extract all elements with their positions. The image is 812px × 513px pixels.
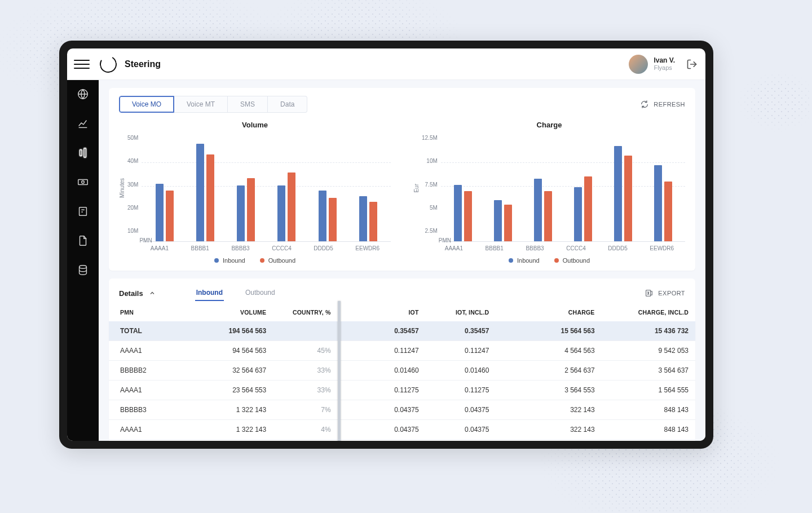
- user-org: Flyaps: [654, 64, 675, 71]
- bar-inbound: [574, 187, 582, 241]
- col-country: COUNTRY, %: [273, 301, 337, 321]
- svg-rect-5: [80, 207, 87, 216]
- col-charge-incl: CHARGE, INCL.D: [602, 301, 695, 321]
- user-info[interactable]: Ivan V. Flyaps: [629, 55, 675, 74]
- details-card: Details Inbound Outbound EXPORT: [109, 278, 695, 441]
- export-excel-icon: [645, 289, 654, 298]
- details-tab-outbound[interactable]: Outbound: [244, 285, 276, 301]
- bar-inbound: [359, 196, 367, 241]
- chevron-up-icon: [149, 290, 156, 297]
- globe-icon[interactable]: [77, 88, 89, 100]
- bar-outbound: [464, 191, 472, 241]
- bar-outbound: [584, 176, 592, 241]
- legend-dot-outbound: [260, 258, 264, 263]
- col-charge: CHARGE: [496, 301, 601, 321]
- bar-outbound: [329, 198, 337, 241]
- x-axis-label: PMN: [439, 237, 451, 244]
- segment-tabs: Voice MO Voice MT SMS Data: [119, 96, 307, 113]
- details-table: PMN VOLUME COUNTRY, % IOT IOT, INCL.D CH…: [109, 301, 695, 441]
- bar-outbound: [624, 156, 632, 241]
- col-volume: VOLUME: [191, 301, 273, 321]
- table-row[interactable]: BBBBB11 322 1435%0.043750.04375322 14384…: [109, 440, 695, 441]
- bar-outbound: [166, 191, 174, 241]
- chart-line-icon[interactable]: [77, 117, 89, 130]
- bar-inbound: [614, 146, 622, 241]
- svg-rect-3: [78, 179, 88, 184]
- bar-group[interactable]: [277, 173, 295, 241]
- bar-group[interactable]: [359, 196, 377, 241]
- database-icon[interactable]: [77, 264, 89, 276]
- table-row[interactable]: BBBBB31 322 1437%0.043750.04375322 14384…: [109, 400, 695, 420]
- bar-inbound: [319, 191, 326, 241]
- tab-sms[interactable]: SMS: [228, 96, 268, 113]
- bar-group[interactable]: [237, 178, 255, 241]
- device-frame: Steering Ivan V. Flyaps: [59, 41, 713, 449]
- topbar: Steering Ivan V. Flyaps: [67, 48, 705, 80]
- bar-inbound: [156, 184, 164, 241]
- details-tab-inbound[interactable]: Inbound: [195, 285, 224, 301]
- details-tabs: Inbound Outbound: [195, 285, 276, 301]
- chart-title: Volume: [119, 121, 391, 129]
- document-icon[interactable]: [77, 235, 89, 247]
- export-button[interactable]: EXPORT: [645, 289, 685, 298]
- table-row[interactable]: BBBBB232 564 63733%0.014600.014602 564 6…: [109, 361, 695, 381]
- refresh-button[interactable]: REFRESH: [640, 100, 685, 109]
- bar-inbound: [196, 144, 204, 241]
- column-splitter[interactable]: [338, 301, 341, 441]
- y-ticks: 12.5M10M7.5M5M2.5M: [420, 135, 441, 242]
- money-icon[interactable]: [77, 176, 89, 188]
- charts-card: Voice MO Voice MT SMS Data REFRESH Volum…: [109, 88, 695, 271]
- x-axis-label: PMN: [139, 237, 152, 244]
- invoice-icon[interactable]: [77, 205, 89, 218]
- bar-group[interactable]: [454, 185, 472, 241]
- bar-group[interactable]: [614, 146, 632, 241]
- bar-group[interactable]: [534, 179, 552, 241]
- y-ticks: 50M40M30M20M10M: [125, 135, 142, 242]
- x-labels: AAAA1BBBB1BBBB3CCCC4DDDD5EEWDR6: [413, 245, 685, 251]
- bar-inbound: [494, 200, 502, 241]
- content-area: Voice MO Voice MT SMS Data REFRESH Volum…: [99, 80, 705, 441]
- page-title: Steering: [125, 59, 161, 69]
- bar-group[interactable]: [494, 200, 512, 241]
- bar-outbound: [664, 182, 672, 241]
- bar-group[interactable]: [156, 184, 174, 241]
- table-row[interactable]: AAAA194 564 56345%0.112470.112474 564 56…: [109, 341, 695, 361]
- sidebar: [67, 80, 99, 441]
- bar-inbound: [237, 185, 245, 241]
- bar-group[interactable]: [654, 165, 672, 241]
- avatar: [629, 55, 648, 74]
- bar-group[interactable]: [319, 191, 337, 241]
- table-row[interactable]: AAAA123 564 55333%0.112750.112753 564 55…: [109, 381, 695, 400]
- legend-dot-outbound: [554, 258, 559, 263]
- svg-rect-2: [84, 148, 86, 158]
- tab-voice-mt[interactable]: Voice MT: [174, 96, 228, 113]
- bar-outbound: [247, 178, 255, 241]
- col-iot-incl: IOT, INCL.D: [426, 301, 496, 321]
- legend-dot-inbound: [214, 258, 219, 263]
- tab-voice-mo[interactable]: Voice MO: [119, 96, 174, 113]
- steering-icon[interactable]: [77, 147, 89, 159]
- user-name: Ivan V.: [654, 57, 675, 64]
- bar-group[interactable]: [196, 144, 214, 241]
- tab-data[interactable]: Data: [268, 96, 307, 113]
- bar-outbound: [288, 173, 295, 241]
- y-axis-label: Minutes: [119, 178, 125, 198]
- legend-dot-inbound: [509, 258, 513, 263]
- table-row-total[interactable]: TOTAL194 564 5630.354570.3545715 564 563…: [109, 321, 695, 341]
- details-label: Details: [119, 289, 143, 298]
- bar-group[interactable]: [574, 176, 592, 241]
- bar-inbound: [534, 179, 542, 241]
- svg-point-6: [80, 266, 87, 269]
- logout-icon[interactable]: [686, 59, 698, 70]
- bar-inbound: [654, 165, 662, 241]
- table-row[interactable]: AAAA11 322 1434%0.043750.04375322 143848…: [109, 420, 695, 440]
- details-title[interactable]: Details: [119, 289, 156, 298]
- bar-inbound: [277, 185, 285, 241]
- plot-area: PMN: [142, 135, 391, 242]
- bar-outbound: [369, 202, 377, 241]
- menu-toggle[interactable]: [74, 56, 90, 72]
- bar-outbound: [544, 191, 552, 241]
- bar-outbound: [504, 205, 512, 241]
- export-label: EXPORT: [658, 290, 685, 297]
- col-iot: IOT: [338, 301, 426, 321]
